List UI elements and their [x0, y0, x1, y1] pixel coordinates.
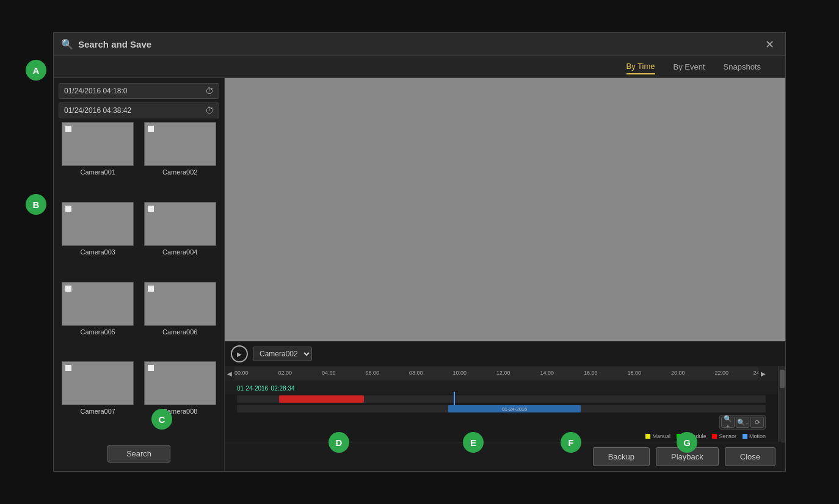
close-button[interactable]: Close	[725, 447, 775, 466]
end-datetime-row: ⏱	[59, 103, 219, 118]
camera-checkbox-007[interactable]	[65, 364, 72, 372]
title-bar: 🔍 Search and Save ✕	[54, 33, 785, 56]
camera-label-001: Camera001	[81, 168, 115, 176]
camera-checkbox-001[interactable]	[65, 125, 72, 132]
playback-controls: ▶ Camera002	[225, 341, 785, 366]
legend-motion: Motion	[743, 433, 766, 439]
zoom-out-button[interactable]: 🔍-	[736, 417, 749, 428]
annotation-b: B	[26, 194, 46, 215]
play-button[interactable]: ▶	[231, 345, 248, 362]
camera-checkbox-003[interactable]	[65, 205, 72, 212]
camera-preview-007[interactable]	[62, 361, 134, 405]
camera-checkbox-005[interactable]	[65, 285, 72, 292]
camera-label-004: Camera004	[162, 248, 197, 256]
timeline-date-label: 01-24-2016	[237, 385, 268, 392]
camera-label-006: Camera006	[162, 328, 197, 336]
playback-button[interactable]: Playback	[656, 447, 719, 466]
timeline-arrow-right[interactable]: ▶	[761, 370, 766, 377]
end-datetime-input[interactable]	[64, 106, 202, 115]
search-icon: 🔍	[61, 38, 73, 50]
legend-manual-label: Manual	[652, 433, 670, 439]
main-content: ⏱ ⏱ Camera001	[54, 78, 785, 471]
zoom-in-button[interactable]: 🔍+	[721, 417, 735, 428]
search-and-save-dialog: 🔍 Search and Save ✕ By Time By Event Sna…	[53, 32, 786, 472]
dialog-title: Search and Save	[78, 39, 151, 49]
start-datetime-input[interactable]	[64, 87, 202, 95]
camera-thumb-007: Camera007	[59, 361, 137, 437]
end-clock-icon[interactable]: ⏱	[205, 106, 214, 115]
camera-label-003: Camera003	[81, 248, 115, 256]
camera-label-005: Camera005	[81, 328, 115, 336]
camera-thumb-001: Camera001	[59, 122, 137, 198]
camera-thumb-008: Camera008	[141, 361, 220, 437]
annotation-a: A	[26, 60, 46, 81]
camera-thumb-002: Camera002	[141, 122, 220, 198]
tab-snapshots[interactable]: Snapshots	[724, 60, 761, 74]
legend-schedule: Schedule	[677, 433, 706, 439]
camera-checkbox-002[interactable]	[147, 125, 154, 132]
tab-by-time[interactable]: By Time	[627, 59, 655, 74]
legend-motion-label: Motion	[749, 433, 766, 439]
camera-label-008: Camera008	[162, 408, 197, 415]
camera-checkbox-004[interactable]	[147, 205, 154, 212]
camera-preview-005[interactable]	[62, 282, 134, 326]
camera-preview-003[interactable]	[62, 202, 134, 246]
left-panel: ⏱ ⏱ Camera001	[54, 78, 225, 471]
timeline-scrollbar[interactable]	[778, 366, 785, 442]
camera-grid: Camera001 Camera002 Camera00	[59, 122, 219, 437]
timeline-main: ◀ 00:00 02:00 04:00 06:00 08:00 10:00	[225, 366, 778, 442]
start-datetime-row: ⏱	[59, 83, 219, 99]
zoom-reset-button[interactable]: ⟳	[750, 417, 764, 428]
right-panel: ▶ Camera002 ◀ 00:0	[225, 78, 785, 471]
legend-sensor-label: Sensor	[719, 433, 736, 439]
track-date-label: 01-24-2016	[502, 406, 527, 412]
bottom-bar: Backup Playback Close	[225, 442, 785, 471]
legend-schedule-label: Schedule	[683, 433, 706, 439]
start-clock-icon[interactable]: ⏱	[205, 86, 214, 96]
camera-preview-006[interactable]	[144, 282, 216, 326]
camera-thumb-005: Camera005	[59, 282, 137, 358]
camera-label-002: Camera002	[162, 168, 197, 176]
search-button[interactable]: Search	[107, 445, 170, 463]
timeline-arrow-left[interactable]: ◀	[227, 370, 232, 377]
camera-preview-008[interactable]	[144, 361, 216, 405]
camera-checkbox-008[interactable]	[147, 364, 154, 372]
camera-preview-001[interactable]	[62, 122, 134, 166]
camera-thumb-004: Camera004	[141, 202, 220, 278]
backup-button[interactable]: Backup	[593, 447, 650, 466]
legend-manual: Manual	[645, 433, 670, 439]
timeline-time-label: 02:28:34	[271, 385, 295, 392]
tab-by-event[interactable]: By Event	[674, 60, 705, 74]
camera-thumb-006: Camera006	[141, 282, 220, 358]
camera-preview-002[interactable]	[144, 122, 216, 166]
tab-bar: By Time By Event Snapshots	[54, 56, 785, 78]
camera-label-007: Camera007	[81, 408, 115, 415]
search-btn-row: Search	[59, 441, 219, 466]
timeline-wrapper: ◀ 00:00 02:00 04:00 06:00 08:00 10:00	[225, 366, 785, 442]
preview-area	[225, 78, 785, 341]
camera-checkbox-006[interactable]	[147, 285, 154, 292]
camera-preview-004[interactable]	[144, 202, 216, 246]
camera-thumb-003: Camera003	[59, 202, 137, 278]
legend-sensor: Sensor	[712, 433, 736, 439]
camera-select[interactable]: Camera002	[253, 347, 312, 361]
close-dialog-button[interactable]: ✕	[761, 37, 778, 52]
